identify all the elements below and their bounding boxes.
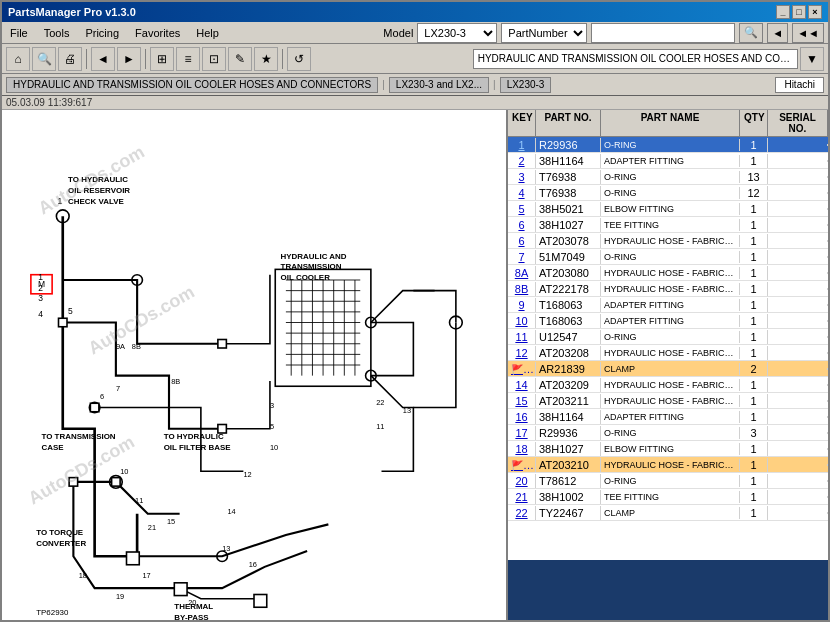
table-row[interactable]: 1R29936O-RING1 [508,137,828,153]
cell-key[interactable]: 8B [508,282,536,296]
cell-key[interactable]: 9 [508,298,536,312]
table-row[interactable]: 10T168063ADAPTER FITTING1 [508,313,828,329]
cell-serial [768,176,828,178]
table-row[interactable]: 9T168063ADAPTER FITTING1 [508,297,828,313]
toolbar-icon-2[interactable]: 🔍 [32,47,56,71]
header-key: KEY [508,110,536,136]
model-select[interactable]: LX230-3 [417,23,497,43]
table-row[interactable]: 3T76938O-RING13 [508,169,828,185]
table-row[interactable]: 8AAT203080HYDRAULIC HOSE - FABRICATE1 [508,265,828,281]
cell-partname: O-RING [601,139,740,151]
table-row[interactable]: 638H1027TEE FITTING1 [508,217,828,233]
cell-partname: HYDRAULIC HOSE - FABRICATE [601,459,740,471]
toolbar-icon-forward[interactable]: ► [117,47,141,71]
toolbar-icon-4[interactable]: ⊞ [150,47,174,71]
timestamp-bar: 05.03.09 11:39:617 [2,96,828,110]
cell-key[interactable]: 20 [508,474,536,488]
table-row[interactable]: 1638H1164ADAPTER FITTING1 [508,409,828,425]
table-row[interactable]: 22TY22467CLAMP1 [508,505,828,521]
table-row[interactable]: 538H5021ELBOW FITTING1 [508,201,828,217]
cell-key[interactable]: 6 [508,234,536,248]
cell-key[interactable]: 21 [508,490,536,504]
cell-serial [768,336,828,338]
cell-key[interactable]: 2 [508,154,536,168]
header-partno: PART NO. [536,110,601,136]
toolbar-icon-back[interactable]: ◄ [91,47,115,71]
menu-tools[interactable]: Tools [40,25,74,41]
cell-key[interactable]: 1 [508,138,536,152]
breadcrumb-tab-1[interactable]: HYDRAULIC AND TRANSMISSION OIL COOLER HO… [6,77,378,93]
cell-key[interactable]: 11 [508,330,536,344]
cell-key[interactable]: 16 [508,410,536,424]
table-row[interactable]: 11U12547O-RING1 [508,329,828,345]
table-row[interactable]: 12AT203208HYDRAULIC HOSE - FABRICATE1 [508,345,828,361]
toolbar-icon-3[interactable]: 🖨 [58,47,82,71]
cell-key[interactable]: 14 [508,378,536,392]
cell-key[interactable]: 10 [508,314,536,328]
svg-text:CASE: CASE [42,443,64,452]
cell-key[interactable]: 7 [508,250,536,264]
table-row[interactable]: 17R29936O-RING3 [508,425,828,441]
breadcrumb-tab-3[interactable]: LX230-3 [500,77,552,93]
cell-qty: 1 [740,330,768,344]
search-type-select[interactable]: PartNumber [501,23,587,43]
table-row[interactable]: 2138H1002TEE FITTING1 [508,489,828,505]
cell-key[interactable]: 15 [508,394,536,408]
svg-rect-9 [90,403,99,412]
cell-partname: O-RING [601,331,740,343]
table-row[interactable]: 751M7049O-RING1 [508,249,828,265]
cell-serial [768,384,828,386]
minimize-button[interactable]: _ [776,5,790,19]
maximize-button[interactable]: □ [792,5,806,19]
cell-key[interactable]: 3 [508,170,536,184]
toolbar-icon-7[interactable]: ✎ [228,47,252,71]
cell-serial [768,400,828,402]
menu-favorites[interactable]: Favorites [131,25,184,41]
toolbar-icon-6[interactable]: ⊡ [202,47,226,71]
menu-file[interactable]: File [6,25,32,41]
cell-key[interactable]: 4 [508,186,536,200]
parts-scroll-area[interactable]: 1R29936O-RING1238H1164ADAPTER FITTING13T… [508,137,828,560]
nav-button-1[interactable]: ◄ [767,23,788,43]
toolbar-icon-5[interactable]: ≡ [176,47,200,71]
cell-key[interactable]: 12 [508,346,536,360]
breadcrumb-tab-2[interactable]: LX230-3 and LX2... [389,77,489,93]
close-button[interactable]: × [808,5,822,19]
svg-text:CHECK VALVE: CHECK VALVE [68,197,124,206]
cell-key[interactable]: 22 [508,506,536,520]
menu-pricing[interactable]: Pricing [81,25,123,41]
model-label: Model [383,27,413,39]
table-row[interactable]: 238H1164ADAPTER FITTING1 [508,153,828,169]
cell-partno: T78612 [536,474,601,488]
path-go-button[interactable]: ▼ [800,47,824,71]
table-row[interactable]: 15AT203211HYDRAULIC HOSE - FABRICATE1 [508,393,828,409]
cell-key[interactable]: 18 [508,442,536,456]
cell-key[interactable]: 8A [508,266,536,280]
cell-key[interactable]: 6 [508,218,536,232]
table-row[interactable]: 14AT203209HYDRAULIC HOSE - FABRICATE1 [508,377,828,393]
cell-key[interactable]: 🚩19 [508,458,536,472]
table-row[interactable]: 1838H1027ELBOW FITTING1 [508,441,828,457]
table-row[interactable]: 20T78612O-RING1 [508,473,828,489]
toolbar-icon-9[interactable]: ↺ [287,47,311,71]
table-row[interactable]: 🚩13AR21839CLAMP2 [508,361,828,377]
cell-partname: O-RING [601,171,740,183]
cell-partno: AT203078 [536,234,601,248]
cell-key[interactable]: 🚩13 [508,362,536,376]
nav-button-2[interactable]: ◄◄ [792,23,824,43]
svg-text:TP62930: TP62930 [36,608,69,617]
table-row[interactable]: 4T76938O-RING12 [508,185,828,201]
table-row[interactable]: 🚩19AT203210HYDRAULIC HOSE - FABRICATE1 [508,457,828,473]
cell-serial [768,464,828,466]
cell-partno: R29936 [536,426,601,440]
table-row[interactable]: 8BAT222178HYDRAULIC HOSE - FABRICATE1 [508,281,828,297]
toolbar-icon-1[interactable]: ⌂ [6,47,30,71]
search-input[interactable] [591,23,735,43]
cell-key[interactable]: 17 [508,426,536,440]
table-row[interactable]: 6AT203078HYDRAULIC HOSE - FABRICATE1 [508,233,828,249]
search-button[interactable]: 🔍 [739,23,763,43]
menu-help[interactable]: Help [192,25,223,41]
toolbar-icon-8[interactable]: ★ [254,47,278,71]
cell-qty: 1 [740,394,768,408]
cell-key[interactable]: 5 [508,202,536,216]
